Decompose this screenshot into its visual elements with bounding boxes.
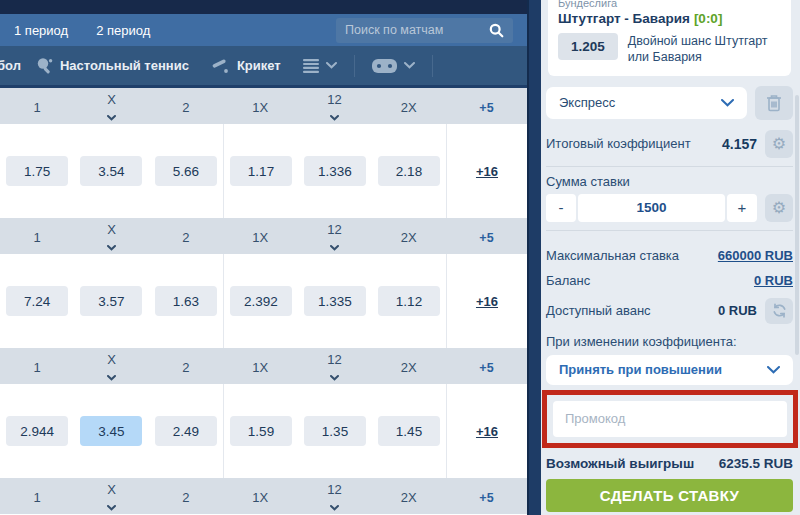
col-header-12[interactable]: 12 xyxy=(297,478,371,514)
chevron-down-icon xyxy=(107,499,116,514)
odd-button[interactable]: 3.57 xyxy=(80,286,142,316)
col-header-1: 1 xyxy=(0,478,74,514)
odd-button[interactable]: 1.12 xyxy=(378,286,440,316)
nav-item-table-tennis[interactable]: Настольный теннис xyxy=(36,57,189,74)
col-header-x[interactable]: X xyxy=(74,348,148,384)
odd-button[interactable]: 1.335 xyxy=(304,286,366,316)
search-input[interactable] xyxy=(345,23,489,37)
total-coef-value: 4.157 xyxy=(722,136,757,152)
odd-button[interactable]: 1.75 xyxy=(6,156,68,186)
odds-header-row: 1 X 2 1X 12 2X +5 xyxy=(0,348,527,384)
gear-icon: ⚙ xyxy=(772,136,786,152)
bet-slip: Бундеслига Штутгарт - Бавария[0:0] 1.205… xyxy=(541,0,800,515)
odd-button[interactable]: 2.944 xyxy=(6,416,68,446)
more-columns-link[interactable]: +5 xyxy=(479,491,493,505)
odd-button[interactable]: 1.59 xyxy=(230,416,292,446)
promo-code-input[interactable] xyxy=(553,401,787,437)
col-header-x[interactable]: X xyxy=(74,88,148,124)
odd-button[interactable]: 1.35 xyxy=(304,416,366,446)
bet-odd-chip[interactable]: 1.205 xyxy=(558,33,618,60)
col-header-2x: 2X xyxy=(372,348,446,384)
nav-item-more-sports[interactable] xyxy=(303,59,337,73)
bet-card: Бундеслига Штутгарт - Бавария[0:0] 1.205… xyxy=(548,0,791,76)
more-odds-link[interactable]: +16 xyxy=(476,424,498,439)
more-columns-link[interactable]: +5 xyxy=(479,101,493,115)
tab-period-2[interactable]: 2 период xyxy=(96,23,150,38)
odd-button[interactable]: 1.336 xyxy=(304,156,366,186)
search-icon[interactable] xyxy=(489,23,504,38)
nav-item-football-clipped[interactable]: бол xyxy=(0,58,21,73)
stake-settings-button[interactable]: ⚙ xyxy=(765,194,793,222)
possible-win-label: Возможный выигрыш xyxy=(546,456,694,471)
col-header-12[interactable]: 12 xyxy=(297,348,371,384)
nav-divider xyxy=(354,55,355,77)
divider xyxy=(546,166,793,167)
more-odds-link[interactable]: +16 xyxy=(476,164,498,179)
live-score: [0:0] xyxy=(694,11,723,26)
max-bet-value[interactable]: 660000 RUB xyxy=(718,248,793,263)
odd-button[interactable]: 2.18 xyxy=(378,156,440,186)
delete-bet-button[interactable] xyxy=(755,86,793,120)
chevron-down-icon xyxy=(107,109,116,124)
odd-button[interactable]: 5.66 xyxy=(155,156,217,186)
more-columns-link[interactable]: +5 xyxy=(479,231,493,245)
odd-button-selected[interactable]: 3.45 xyxy=(80,416,142,446)
stake-plus-button[interactable]: + xyxy=(727,194,757,222)
search-box[interactable] xyxy=(336,18,513,43)
coef-settings-button[interactable]: ⚙ xyxy=(765,130,793,158)
odds-header-row: 1 X 2 1X 12 2X +5 xyxy=(0,218,527,254)
scrollbar-thumb[interactable] xyxy=(795,95,799,355)
advance-label: Доступный аванс xyxy=(546,303,651,318)
top-dark-strip xyxy=(0,0,527,14)
odd-button[interactable]: 7.24 xyxy=(6,286,68,316)
col-header-2: 2 xyxy=(149,218,223,254)
nav-item-games[interactable] xyxy=(372,59,415,73)
odds-pane: 1 период 2 период бол Настольный теннис … xyxy=(0,0,527,515)
odd-button[interactable]: 2.49 xyxy=(155,416,217,446)
chevron-down-icon xyxy=(330,499,339,514)
col-header-x[interactable]: X xyxy=(74,218,148,254)
more-columns-link[interactable]: +5 xyxy=(479,361,493,375)
odd-button[interactable]: 2.392 xyxy=(230,286,292,316)
chevron-down-icon xyxy=(767,366,780,374)
chevron-down-icon xyxy=(721,99,734,107)
nav-item-cricket[interactable]: Крикет xyxy=(211,58,281,74)
odds-row: 1.75 3.54 5.66 1.17 1.336 2.18 +16 xyxy=(0,124,527,218)
nav-divider xyxy=(432,55,433,77)
balance-value[interactable]: 0 RUB xyxy=(754,273,793,288)
chevron-down-icon xyxy=(404,62,415,69)
col-header-12[interactable]: 12 xyxy=(297,218,371,254)
col-header-2x: 2X xyxy=(372,218,446,254)
place-bet-button[interactable]: СДЕЛАТЬ СТАВКУ xyxy=(546,479,793,512)
nav-item-label: Крикет xyxy=(237,58,281,73)
balance-label: Баланс xyxy=(546,273,590,288)
period-toolbar: 1 период 2 период xyxy=(0,14,527,46)
divider xyxy=(546,230,793,231)
coef-change-select[interactable]: Принять при повышении xyxy=(546,355,793,385)
annotation-highlight-box xyxy=(542,390,798,448)
stake-minus-button[interactable]: - xyxy=(546,194,576,222)
col-header-12[interactable]: 12 xyxy=(297,88,371,124)
odd-button[interactable]: 1.17 xyxy=(230,156,292,186)
refresh-advance-button[interactable] xyxy=(765,298,793,324)
nav-item-label: Настольный теннис xyxy=(60,58,189,73)
bet-name: Двойной шанс Штутгарт или Бавария xyxy=(628,33,781,66)
odd-button[interactable]: 1.63 xyxy=(155,286,217,316)
advance-value: 0 RUB xyxy=(718,303,757,318)
odd-button[interactable]: 3.54 xyxy=(80,156,142,186)
col-header-1x: 1X xyxy=(223,218,297,254)
stake-input[interactable] xyxy=(578,194,725,222)
more-odds-link[interactable]: +16 xyxy=(476,294,498,309)
max-bet-label: Максимальная ставка xyxy=(546,248,679,263)
odds-row: 2.944 3.45 2.49 1.59 1.35 1.45 +16 xyxy=(0,384,527,478)
col-header-1x: 1X xyxy=(223,348,297,384)
tab-period-1[interactable]: 1 период xyxy=(14,23,68,38)
col-header-x[interactable]: X xyxy=(74,478,148,514)
bet-type-select[interactable]: Экспресс xyxy=(546,87,747,119)
odds-header-row: 1 X 2 1X 12 2X +5 xyxy=(0,478,527,514)
gear-icon: ⚙ xyxy=(772,200,786,216)
odd-button[interactable]: 1.45 xyxy=(378,416,440,446)
match-title: Штутгарт - Бавария[0:0] xyxy=(558,11,781,26)
col-header-1: 1 xyxy=(0,218,74,254)
sports-nav: бол Настольный теннис Крикет xyxy=(0,46,527,88)
